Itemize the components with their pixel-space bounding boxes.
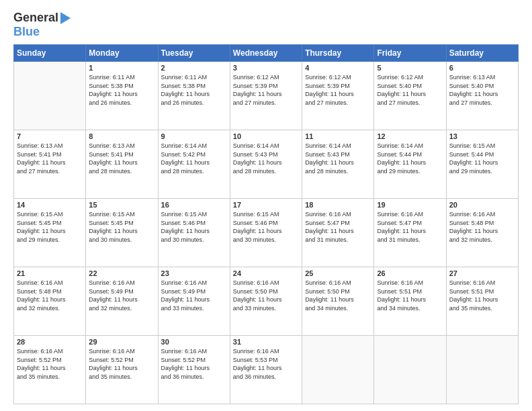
logo-text-blue: Blue — [13, 25, 40, 38]
calendar-table: SundayMondayTuesdayWednesdayThursdayFrid… — [13, 44, 519, 404]
calendar-cell — [374, 336, 446, 404]
day-header-friday: Friday — [374, 45, 446, 62]
day-number: 21 — [17, 269, 83, 277]
day-info: Sunrise: 6:16 AMSunset: 5:48 PMDaylight:… — [17, 279, 83, 312]
day-info: Sunrise: 6:11 AMSunset: 5:38 PMDaylight:… — [89, 73, 154, 107]
day-number: 22 — [89, 269, 154, 277]
day-header-sunday: Sunday — [14, 45, 86, 62]
day-header-saturday: Saturday — [446, 45, 518, 62]
day-number: 3 — [233, 64, 299, 72]
day-info: Sunrise: 6:16 AMSunset: 5:51 PMDaylight:… — [449, 279, 515, 312]
day-info: Sunrise: 6:16 AMSunset: 5:51 PMDaylight:… — [377, 279, 443, 312]
day-header-monday: Monday — [86, 45, 158, 62]
calendar-cell: 19Sunrise: 6:16 AMSunset: 5:47 PMDayligh… — [374, 199, 446, 267]
calendar-cell: 28Sunrise: 6:16 AMSunset: 5:52 PMDayligh… — [14, 336, 86, 404]
day-info: Sunrise: 6:16 AMSunset: 5:47 PMDaylight:… — [377, 210, 443, 244]
day-info: Sunrise: 6:14 AMSunset: 5:43 PMDaylight:… — [305, 142, 371, 175]
day-info: Sunrise: 6:12 AMSunset: 5:39 PMDaylight:… — [305, 73, 371, 107]
day-number: 29 — [89, 338, 154, 346]
calendar-cell: 30Sunrise: 6:16 AMSunset: 5:52 PMDayligh… — [158, 336, 230, 404]
day-number: 25 — [305, 269, 371, 277]
day-header-thursday: Thursday — [302, 45, 374, 62]
calendar-cell: 11Sunrise: 6:14 AMSunset: 5:43 PMDayligh… — [302, 130, 374, 199]
day-number: 1 — [89, 64, 154, 72]
calendar-week-5: 28Sunrise: 6:16 AMSunset: 5:52 PMDayligh… — [14, 336, 519, 404]
day-number: 6 — [449, 64, 515, 72]
calendar-cell — [446, 336, 518, 404]
day-number: 15 — [89, 201, 154, 209]
day-info: Sunrise: 6:14 AMSunset: 5:44 PMDaylight:… — [377, 142, 443, 175]
day-number: 10 — [233, 132, 299, 140]
day-info: Sunrise: 6:13 AMSunset: 5:41 PMDaylight:… — [17, 142, 83, 175]
day-number: 17 — [233, 201, 299, 209]
day-info: Sunrise: 6:13 AMSunset: 5:40 PMDaylight:… — [449, 73, 515, 107]
calendar-cell: 23Sunrise: 6:16 AMSunset: 5:49 PMDayligh… — [158, 267, 230, 336]
day-info: Sunrise: 6:16 AMSunset: 5:49 PMDaylight:… — [89, 279, 154, 312]
day-number: 27 — [449, 269, 515, 277]
calendar-cell: 4Sunrise: 6:12 AMSunset: 5:39 PMDaylight… — [302, 62, 374, 130]
day-info: Sunrise: 6:14 AMSunset: 5:43 PMDaylight:… — [233, 142, 299, 175]
day-number: 18 — [305, 201, 371, 209]
day-info: Sunrise: 6:15 AMSunset: 5:46 PMDaylight:… — [161, 210, 227, 244]
day-info: Sunrise: 6:16 AMSunset: 5:52 PMDaylight:… — [89, 347, 154, 381]
calendar-cell: 21Sunrise: 6:16 AMSunset: 5:48 PMDayligh… — [14, 267, 86, 336]
day-info: Sunrise: 6:16 AMSunset: 5:50 PMDaylight:… — [233, 279, 299, 312]
calendar-cell: 13Sunrise: 6:15 AMSunset: 5:44 PMDayligh… — [446, 130, 518, 199]
page: General Blue SundayMondayTuesdayWednesda… — [0, 0, 532, 411]
header: General Blue — [13, 11, 519, 39]
day-info: Sunrise: 6:12 AMSunset: 5:40 PMDaylight:… — [377, 73, 443, 107]
calendar-week-3: 14Sunrise: 6:15 AMSunset: 5:45 PMDayligh… — [14, 199, 519, 267]
logo-text-general: General — [13, 11, 58, 25]
calendar-cell: 9Sunrise: 6:14 AMSunset: 5:42 PMDaylight… — [158, 130, 230, 199]
day-number: 9 — [161, 132, 227, 140]
day-header-tuesday: Tuesday — [158, 45, 230, 62]
day-info: Sunrise: 6:15 AMSunset: 5:45 PMDaylight:… — [89, 210, 154, 244]
day-info: Sunrise: 6:16 AMSunset: 5:49 PMDaylight:… — [161, 279, 227, 312]
calendar-cell — [302, 336, 374, 404]
day-number: 11 — [305, 132, 371, 140]
logo-arrow-icon — [60, 12, 71, 24]
calendar-cell: 22Sunrise: 6:16 AMSunset: 5:49 PMDayligh… — [86, 267, 158, 336]
calendar-cell: 12Sunrise: 6:14 AMSunset: 5:44 PMDayligh… — [374, 130, 446, 199]
calendar-cell: 29Sunrise: 6:16 AMSunset: 5:52 PMDayligh… — [86, 336, 158, 404]
day-info: Sunrise: 6:16 AMSunset: 5:48 PMDaylight:… — [449, 210, 515, 244]
day-info: Sunrise: 6:14 AMSunset: 5:42 PMDaylight:… — [161, 142, 227, 175]
day-info: Sunrise: 6:11 AMSunset: 5:38 PMDaylight:… — [161, 73, 227, 107]
calendar-cell: 24Sunrise: 6:16 AMSunset: 5:50 PMDayligh… — [230, 267, 302, 336]
calendar-week-1: 1Sunrise: 6:11 AMSunset: 5:38 PMDaylight… — [14, 62, 519, 130]
calendar-cell: 6Sunrise: 6:13 AMSunset: 5:40 PMDaylight… — [446, 62, 518, 130]
day-header-wednesday: Wednesday — [230, 45, 302, 62]
day-info: Sunrise: 6:16 AMSunset: 5:47 PMDaylight:… — [305, 210, 371, 244]
calendar-week-4: 21Sunrise: 6:16 AMSunset: 5:48 PMDayligh… — [14, 267, 519, 336]
calendar-cell: 5Sunrise: 6:12 AMSunset: 5:40 PMDaylight… — [374, 62, 446, 130]
day-number: 20 — [449, 201, 515, 209]
day-number: 23 — [161, 269, 227, 277]
calendar-cell: 3Sunrise: 6:12 AMSunset: 5:39 PMDaylight… — [230, 62, 302, 130]
day-info: Sunrise: 6:16 AMSunset: 5:52 PMDaylight:… — [161, 347, 227, 381]
calendar-cell: 25Sunrise: 6:16 AMSunset: 5:50 PMDayligh… — [302, 267, 374, 336]
calendar-cell: 26Sunrise: 6:16 AMSunset: 5:51 PMDayligh… — [374, 267, 446, 336]
calendar-cell: 1Sunrise: 6:11 AMSunset: 5:38 PMDaylight… — [86, 62, 158, 130]
day-number: 26 — [377, 269, 443, 277]
day-info: Sunrise: 6:16 AMSunset: 5:53 PMDaylight:… — [233, 347, 299, 381]
day-number: 12 — [377, 132, 443, 140]
day-info: Sunrise: 6:15 AMSunset: 5:44 PMDaylight:… — [449, 142, 515, 175]
calendar-cell: 2Sunrise: 6:11 AMSunset: 5:38 PMDaylight… — [158, 62, 230, 130]
logo-line2: Blue — [13, 25, 40, 39]
day-number: 31 — [233, 338, 299, 346]
day-number: 28 — [17, 338, 83, 346]
day-info: Sunrise: 6:15 AMSunset: 5:45 PMDaylight:… — [17, 210, 83, 244]
day-info: Sunrise: 6:12 AMSunset: 5:39 PMDaylight:… — [233, 73, 299, 107]
calendar-header-row: SundayMondayTuesdayWednesdayThursdayFrid… — [14, 45, 519, 62]
day-number: 24 — [233, 269, 299, 277]
day-info: Sunrise: 6:15 AMSunset: 5:46 PMDaylight:… — [233, 210, 299, 244]
day-number: 13 — [449, 132, 515, 140]
day-number: 14 — [17, 201, 83, 209]
day-number: 30 — [161, 338, 227, 346]
logo-line1: General — [13, 11, 71, 25]
day-info: Sunrise: 6:13 AMSunset: 5:41 PMDaylight:… — [89, 142, 154, 175]
calendar-cell: 14Sunrise: 6:15 AMSunset: 5:45 PMDayligh… — [14, 199, 86, 267]
calendar-cell: 16Sunrise: 6:15 AMSunset: 5:46 PMDayligh… — [158, 199, 230, 267]
calendar-cell — [14, 62, 86, 130]
calendar-cell: 8Sunrise: 6:13 AMSunset: 5:41 PMDaylight… — [86, 130, 158, 199]
